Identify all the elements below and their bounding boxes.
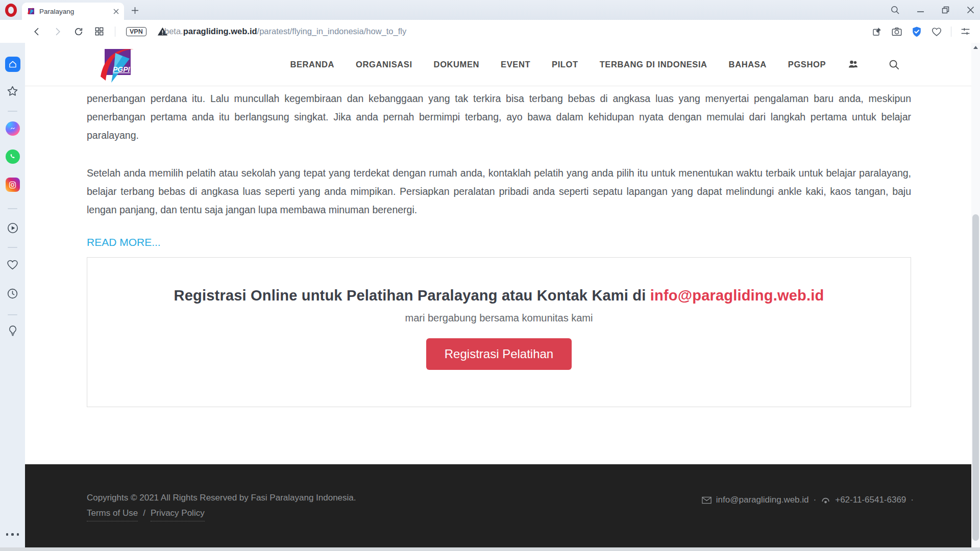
footer-phone[interactable]: +62-11-6541-6369: [835, 495, 906, 505]
reload-button[interactable]: [74, 27, 84, 37]
site-favicon: [27, 7, 35, 15]
nav-pgshop[interactable]: PGSHOP: [788, 60, 826, 69]
url-field[interactable]: beta.paragliding.web.id/paratest/flying_…: [164, 20, 406, 43]
registration-button[interactable]: Registrasi Pelatihan: [426, 338, 572, 370]
nav-terbang-di-indonesia[interactable]: TERBANG DI INDONESIA: [600, 60, 707, 69]
window-close-button[interactable]: [966, 6, 975, 14]
sidebar-divider: [8, 314, 17, 315]
whatsapp-icon[interactable]: [6, 149, 20, 164]
window-minimize-button[interactable]: [916, 6, 925, 14]
browser-tab[interactable]: Paralayang: [22, 3, 124, 20]
read-more-link[interactable]: READ MORE...: [87, 236, 911, 248]
adblock-shield-icon[interactable]: [911, 26, 922, 37]
registration-cta-box: Registrasi Online untuk Pelatihan Parala…: [87, 257, 911, 407]
opera-logo-icon[interactable]: [5, 4, 17, 17]
privacy-policy-link[interactable]: Privacy Policy: [151, 508, 205, 521]
phone-headset-icon: [821, 495, 830, 505]
messenger-icon[interactable]: [6, 121, 20, 136]
sidebar-divider: [8, 208, 17, 209]
player-icon[interactable]: [6, 221, 19, 235]
url-domain: paragliding.web.id: [183, 27, 257, 36]
favorites-heart-icon[interactable]: [6, 258, 19, 271]
address-bar-divider: [115, 27, 115, 37]
scrollbar-thumb[interactable]: [972, 214, 979, 541]
bookmarks-star-icon[interactable]: [6, 85, 19, 97]
ideas-lightbulb-icon[interactable]: [7, 324, 19, 337]
footer-email[interactable]: info@paragliding.web.id: [716, 495, 809, 505]
instagram-icon[interactable]: [6, 178, 20, 192]
pinboard-icon[interactable]: [872, 26, 883, 37]
cta-subtitle: mari bergabung bersama komunitas kami: [87, 312, 911, 324]
back-button[interactable]: [32, 27, 42, 37]
window-restore-button[interactable]: [941, 6, 950, 14]
article-paragraph-2: Setelah anda memilih pelatih atau sekola…: [87, 164, 911, 219]
sidebar-more-icon[interactable]: [6, 533, 19, 536]
footer-dot: ·: [911, 495, 914, 505]
nav-event[interactable]: EVENT: [501, 60, 530, 69]
site-header: PGPI BERANDA ORGANISASI DOKUMEN EVENT PI…: [25, 43, 971, 86]
site-search-icon[interactable]: [888, 59, 900, 70]
nav-pilot[interactable]: PILOT: [552, 60, 578, 69]
browser-window: Paralayang: [0, 0, 980, 551]
footer-dot: ·: [814, 495, 817, 505]
copyright-text: Copyrights © 2021 All Rights Reserved by…: [87, 493, 356, 503]
nav-bahasa[interactable]: BAHASA: [729, 60, 767, 69]
sidebar-divider: [8, 247, 17, 248]
nav-beranda[interactable]: BERANDA: [290, 60, 334, 69]
tab-close-icon[interactable]: [113, 9, 119, 14]
window-bottom-edge: [0, 547, 980, 551]
easy-setup-sliders-icon[interactable]: [960, 26, 971, 37]
page-scrollbar[interactable]: [971, 43, 980, 551]
browser-tab-bar: Paralayang: [0, 0, 980, 20]
url-path: /paratest/flying_in_indonesia/how_to_fly: [257, 27, 407, 36]
history-clock-icon[interactable]: [6, 287, 19, 300]
address-bar-divider: [951, 27, 951, 37]
nav-dokumen[interactable]: DOKUMEN: [434, 60, 479, 69]
nav-organisasi[interactable]: ORGANISASI: [356, 60, 412, 69]
cta-heading: Registrasi Online untuk Pelatihan Parala…: [87, 287, 911, 304]
article-paragraph-1: penerbangan perdana itu. Lalu muncullah …: [87, 89, 911, 144]
vpn-badge[interactable]: VPN: [126, 27, 146, 36]
bookmark-heart-icon[interactable]: [931, 26, 942, 37]
cta-heading-email-link[interactable]: info@paragliding.web.id: [650, 287, 824, 304]
cta-heading-text: Registrasi Online untuk Pelatihan Parala…: [174, 287, 646, 304]
sidebar-divider: [8, 111, 17, 112]
article-content: penerbangan perdana itu. Lalu muncullah …: [25, 86, 971, 464]
browser-search-icon[interactable]: [890, 5, 900, 15]
main-navigation: BERANDA ORGANISASI DOKUMEN EVENT PILOT T…: [290, 43, 900, 86]
browser-address-bar: VPN beta.paragliding.web.id/paratest/fly…: [0, 20, 980, 43]
pgpi-logo[interactable]: PGPI: [100, 45, 135, 84]
speed-dial-home-icon[interactable]: [5, 57, 20, 72]
footer-link-separator: /: [143, 508, 145, 518]
email-envelope-icon: [702, 496, 712, 504]
terms-of-use-link[interactable]: Terms of Use: [87, 508, 138, 521]
forward-button[interactable]: [53, 27, 63, 37]
scroll-up-arrow[interactable]: [973, 45, 978, 49]
speed-dial-grid-icon[interactable]: [94, 27, 104, 36]
site-footer: Copyrights © 2021 All Rights Reserved by…: [25, 464, 971, 547]
url-subdomain: beta.: [164, 27, 183, 36]
svg-text:PGPI: PGPI: [113, 65, 131, 73]
snapshot-camera-icon[interactable]: [891, 26, 902, 37]
member-login-icon[interactable]: [847, 58, 860, 70]
opera-sidebar: [0, 43, 25, 551]
tab-title: Paralayang: [39, 8, 109, 15]
new-tab-button[interactable]: [129, 4, 141, 16]
